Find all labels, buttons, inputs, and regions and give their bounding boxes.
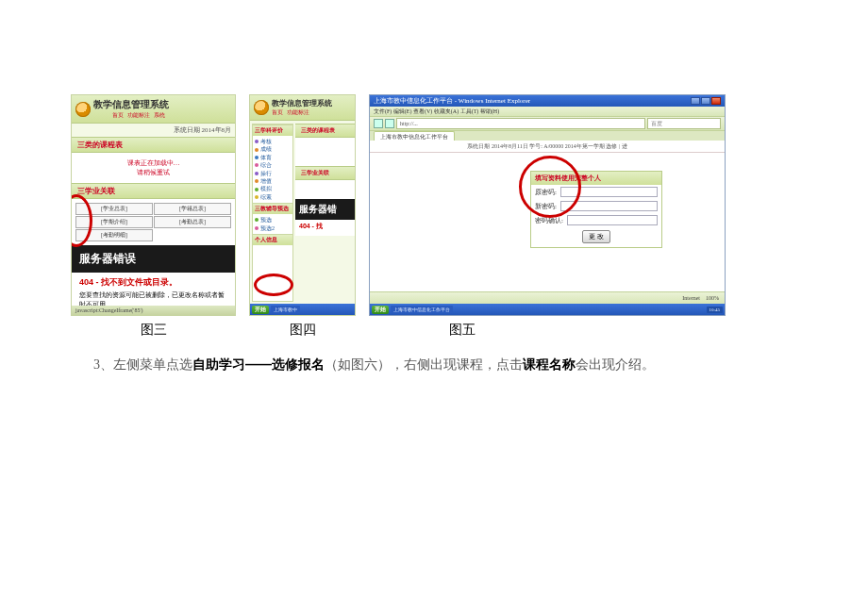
annotation-circle-icon	[519, 156, 581, 218]
bullet-icon	[255, 218, 259, 222]
taskbar-item[interactable]: 上海市教中	[271, 306, 300, 313]
zoom-indicator[interactable]: 100%	[706, 295, 719, 301]
caption-fig5: 图五	[369, 322, 726, 339]
grid-link[interactable]: [考勤总表]	[154, 216, 231, 228]
error-404-title: 404 - 找不到文件或目录。	[79, 276, 227, 289]
bullet-icon	[255, 163, 259, 167]
close-button[interactable]	[711, 97, 721, 105]
window-buttons	[691, 97, 721, 105]
sublink-home[interactable]: 首页	[272, 108, 283, 117]
side-item[interactable]: 体育	[253, 154, 292, 161]
figure-5-screenshot: 上海市教中信息化工作平台 - Windows Internet Explorer…	[369, 94, 726, 316]
loading-message: 课表正在加载中… 请稍候重试	[72, 153, 235, 183]
bullet-icon	[255, 179, 259, 183]
sublink-home[interactable]: 首页	[112, 111, 124, 120]
section-academic: 三学业关联	[72, 183, 235, 199]
app-sublinks: 首页 功能标注 系统	[112, 111, 169, 120]
browser-titlebar: 上海市教中信息化工作平台 - Windows Internet Explorer	[370, 95, 725, 107]
minimize-button[interactable]	[691, 97, 700, 105]
side-item[interactable]: 预选	[253, 216, 292, 224]
link-grid: [学业总表] [学籍总表] [学期介绍] [考勤总表] [考勤明细]	[72, 199, 235, 245]
section-schedule: 三类的课程表	[72, 137, 235, 153]
loading-line-1: 课表正在加载中…	[77, 158, 229, 168]
screenshot-row: 教学信息管理系统 首页 功能标注 系统 系统日期 2014年8月 三类的课程表 …	[71, 94, 797, 316]
app-header: 教学信息管理系统 首页 功能标注	[250, 95, 355, 121]
maximize-button[interactable]	[701, 97, 710, 105]
breadcrumb-bar: 系统日期 2014年8月11日 学号: A/00000 2014年第一学期 选修…	[370, 141, 725, 152]
caption-row: 图三 图四 图五	[71, 322, 797, 339]
taskbar-item[interactable]: 上海市教中信息化工作平台	[391, 306, 453, 313]
side-item[interactable]: 考核	[253, 138, 292, 145]
taskbar: 开始 上海市教中信息化工作平台 10:45	[370, 304, 725, 315]
sublink-func[interactable]: 功能标注	[287, 108, 309, 117]
section-academic: 三学业关联	[295, 166, 355, 180]
side-item[interactable]: 预选2	[253, 224, 292, 232]
caption-fig3: 图三	[71, 322, 236, 339]
side-item[interactable]: 增值	[253, 177, 292, 185]
side-item[interactable]: 操行	[253, 170, 292, 177]
form-button-row: 更 改	[531, 227, 661, 247]
side-item[interactable]: 综合	[253, 161, 292, 169]
instruction-line: 3、左侧菜单点选自助学习——选修报名（如图六），右侧出现课程，点击课程名称会出现…	[71, 354, 797, 375]
app-sublinks: 首页 功能标注	[272, 108, 332, 117]
browser-title-text: 上海市教中信息化工作平台 - Windows Internet Explorer	[374, 96, 530, 106]
annotation-circle-icon	[254, 274, 293, 296]
side-list: 考核 成绩 体育 综合 操行 增值 模拟 综素	[253, 136, 292, 203]
app-title: 教学信息管理系统	[272, 98, 332, 108]
confirm-password-input[interactable]	[567, 215, 658, 225]
status-bar: javascript:ChangeIframe('85')	[72, 306, 235, 315]
side-item[interactable]: 成绩	[253, 145, 292, 153]
bullet-icon	[255, 226, 259, 230]
bullet-icon	[255, 148, 259, 152]
side-category: 三学科评价	[253, 124, 292, 136]
back-icon[interactable]	[374, 119, 383, 128]
start-button[interactable]: 开始	[252, 306, 269, 314]
app-logo-icon	[75, 102, 91, 117]
sublink-func[interactable]: 功能标注	[127, 111, 150, 120]
error-banner: 服务器错	[295, 199, 355, 220]
caption-fig4: 图四	[249, 322, 356, 339]
bullet-icon	[255, 188, 259, 191]
instr-bold-2: 课程名称	[523, 357, 576, 372]
search-box[interactable]: 百度	[647, 118, 721, 129]
grid-link[interactable]: [学籍总表]	[154, 203, 231, 215]
app-title: 教学信息管理系统	[93, 98, 169, 111]
blank-area	[295, 180, 355, 199]
sublink-sys[interactable]: 系统	[154, 111, 165, 120]
taskbar: 开始 上海市教中	[250, 304, 355, 315]
blank-area	[295, 138, 355, 166]
forward-icon[interactable]	[385, 119, 394, 128]
figure-3-screenshot: 教学信息管理系统 首页 功能标注 系统 系统日期 2014年8月 三类的课程表 …	[71, 94, 236, 316]
zone-indicator: Internet	[682, 295, 700, 301]
side-item[interactable]: 模拟	[253, 185, 292, 192]
address-bar[interactable]: http://...	[396, 118, 645, 129]
bullet-icon	[255, 195, 259, 199]
browser-menubar[interactable]: 文件(F) 编辑(E) 查看(V) 收藏夹(A) 工具(T) 帮助(H)	[370, 107, 725, 117]
loading-line-2: 请稍候重试	[77, 168, 229, 177]
taskbar-tray[interactable]: 10:45	[707, 307, 723, 313]
app-logo-icon	[254, 100, 269, 115]
side-category: 三教辅导预选	[253, 203, 292, 214]
instr-suffix: 会出现介绍。	[576, 357, 655, 372]
bullet-icon	[255, 156, 259, 159]
instr-prefix: 3、左侧菜单点选	[93, 357, 192, 372]
system-date: 系统日期 2014年8月	[72, 124, 235, 137]
right-column: 三类的课程表 三学业关联 服务器错 404 - 找	[295, 124, 355, 302]
instr-mid: （如图六），右侧出现课程，点击	[325, 357, 523, 372]
error-404-panel: 404 - 找	[295, 220, 355, 236]
side-category-personal[interactable]: 个人信息	[253, 234, 292, 245]
instr-bold-1: 自助学习——选修报名	[192, 357, 325, 372]
side-list: 预选 预选2	[253, 214, 292, 234]
side-item[interactable]: 综素	[253, 193, 292, 201]
section-schedule: 三类的课程表	[295, 124, 355, 138]
browser-status-bar: Internet 100%	[370, 291, 725, 304]
submit-button[interactable]: 更 改	[582, 230, 610, 243]
error-404-title: 404 - 找	[299, 222, 351, 231]
app-header: 教学信息管理系统 首页 功能标注 系统	[72, 95, 235, 124]
bullet-icon	[255, 140, 259, 143]
document-page: 教学信息管理系统 首页 功能标注 系统 系统日期 2014年8月 三类的课程表 …	[0, 0, 868, 614]
start-button[interactable]: 开始	[372, 306, 389, 314]
error-banner: 服务器错误	[72, 245, 235, 273]
figure-4-screenshot: 教学信息管理系统 首页 功能标注 三学科评价 考核 成绩 体育 综合 操行 增值…	[249, 94, 356, 316]
browser-toolbar: http://... 百度	[370, 117, 725, 131]
